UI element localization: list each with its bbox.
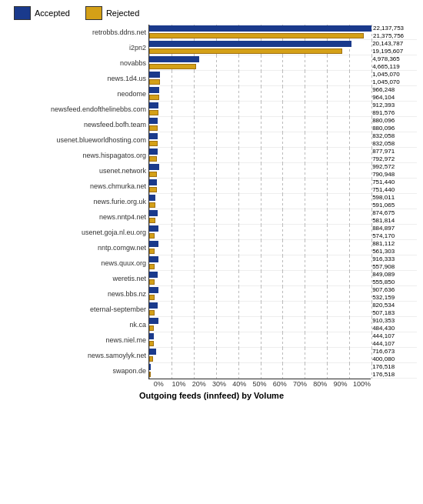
rejected-bar — [149, 64, 196, 69]
rejected-bar — [149, 187, 157, 192]
accepted-value: 820,534 — [372, 302, 417, 309]
x-axis-label: 10% — [168, 379, 188, 388]
rejected-bar — [149, 110, 158, 115]
x-axis-label: 80% — [310, 379, 330, 388]
rejected-value: 176,518 — [372, 371, 417, 378]
accepted-value: 832,058 — [372, 132, 417, 139]
rejected-bar — [149, 141, 158, 146]
table-row: news.quux.org916,333557,908 — [149, 255, 417, 271]
accepted-bar — [149, 118, 158, 124]
accepted-value: 874,675 — [372, 209, 417, 216]
rejected-value: 1,045,070 — [372, 78, 417, 85]
accepted-bar — [149, 149, 158, 155]
x-axis-label: 100% — [351, 379, 371, 388]
accepted-value: 849,089 — [372, 271, 417, 278]
table-row: newsfeed.endofthelinebbs.com912,393891,5… — [149, 102, 417, 117]
table-row: usenet.blueworldhosting.com832,058832,05… — [149, 132, 417, 148]
rejected-bar — [149, 279, 155, 285]
accepted-value: 884,897 — [372, 225, 417, 232]
rejected-value: 751,440 — [372, 186, 417, 193]
x-axis-label: 20% — [189, 379, 209, 388]
x-axis-label: 50% — [249, 379, 269, 388]
rejected-bar — [149, 233, 155, 239]
accepted-value: 1,045,070 — [372, 71, 417, 78]
accepted-value: 751,440 — [372, 179, 417, 185]
table-row: news.bbs.nz907,636532,159 — [149, 286, 417, 302]
row-label: usenet.network — [8, 167, 149, 175]
rejected-value: 790,948 — [372, 171, 417, 178]
table-row: news.niel.me444,107444,107 — [149, 332, 417, 348]
accepted-value: 966,248 — [372, 86, 417, 93]
rejected-bar — [149, 264, 155, 269]
table-row: eternal-september820,534507,183 — [149, 302, 417, 317]
accepted-bar — [149, 25, 371, 32]
accepted-value: 912,393 — [372, 102, 417, 108]
row-label: neodome — [8, 90, 149, 98]
x-axis: 0%10%20%30%40%50%60%70%80%90%100% — [148, 379, 371, 388]
table-row: news.furie.org.uk598,011591,065 — [149, 194, 417, 209]
row-label: news.chmurka.net — [8, 182, 149, 190]
table-row: news.samoylyk.net716,673400,080 — [149, 348, 417, 363]
rejected-bar — [149, 249, 155, 254]
rejected-bar — [149, 356, 153, 362]
rejected-value: 891,576 — [372, 109, 417, 116]
accepted-value: 4,978,365 — [372, 55, 417, 62]
rejected-value: 444,107 — [372, 340, 417, 347]
accepted-value: 22,137,753 — [373, 25, 417, 32]
x-axis-label: 30% — [209, 379, 229, 388]
accepted-bar — [149, 364, 151, 370]
rejected-value: 792,972 — [372, 155, 417, 162]
row-label: news.niel.me — [8, 336, 149, 344]
rejected-bar — [149, 218, 155, 223]
accepted-bar — [149, 195, 155, 201]
rejected-value: 581,814 — [372, 217, 417, 224]
x-axis-label: 70% — [290, 379, 310, 388]
accepted-color-box — [14, 6, 31, 20]
rejected-value: 557,908 — [372, 263, 417, 270]
chart-container: Accepted Rejected retrobbs.ddns.net22,13… — [0, 0, 423, 504]
row-label: retrobbs.ddns.net — [8, 28, 149, 36]
table-row: news.hispagatos.org877,971792,972 — [149, 148, 417, 163]
rejected-value: 19,195,607 — [372, 48, 417, 55]
rejected-bar — [149, 310, 155, 315]
accepted-bar — [149, 349, 156, 355]
rejected-bar — [149, 33, 364, 38]
rejected-bar — [149, 156, 157, 162]
accepted-value: 20,143,787 — [372, 40, 417, 47]
x-axis-label: 60% — [270, 379, 290, 388]
accepted-value: 881,112 — [372, 240, 417, 247]
row-label: news.hispagatos.org — [8, 152, 149, 159]
table-row: newsfeed.bofh.team880,096880,096 — [149, 117, 417, 132]
accepted-bar — [149, 318, 158, 324]
rejected-value: 561,303 — [372, 248, 417, 255]
accepted-value: 877,971 — [372, 148, 417, 155]
rejected-value: 591,065 — [372, 202, 417, 209]
row-label: swapon.de — [8, 367, 149, 375]
rejected-color-box — [85, 6, 102, 20]
accepted-bar — [149, 241, 158, 247]
accepted-value: 907,636 — [372, 286, 417, 293]
row-label: newsfeed.bofh.team — [8, 121, 149, 129]
rejected-label: Rejected — [106, 8, 139, 18]
accepted-value: 176,518 — [372, 363, 417, 370]
rejected-bar — [149, 202, 155, 208]
rejected-value: 484,430 — [372, 325, 417, 332]
table-row: novabbs4,978,3654,665,119 — [149, 55, 417, 71]
table-row: weretis.net849,089555,850 — [149, 271, 417, 286]
accepted-bar — [149, 225, 158, 232]
row-label: news.furie.org.uk — [8, 198, 149, 205]
accepted-bar — [149, 87, 159, 93]
row-label: news.bbs.nz — [8, 290, 149, 298]
accepted-value: 910,353 — [372, 317, 417, 324]
rejected-value: 964,104 — [372, 94, 417, 101]
table-row: swapon.de176,518176,518 — [149, 363, 417, 379]
rejected-value: 400,080 — [372, 355, 417, 362]
row-label: novabbs — [8, 59, 149, 67]
accepted-value: 598,011 — [372, 194, 417, 201]
accepted-value: 992,572 — [372, 163, 417, 170]
accepted-bar — [149, 287, 158, 293]
rejected-bar — [149, 172, 157, 177]
legend-accepted: Accepted — [14, 6, 70, 20]
chart-title: Outgoing feeds (innfeed) by Volume — [6, 391, 417, 400]
accepted-label: Accepted — [35, 8, 70, 18]
